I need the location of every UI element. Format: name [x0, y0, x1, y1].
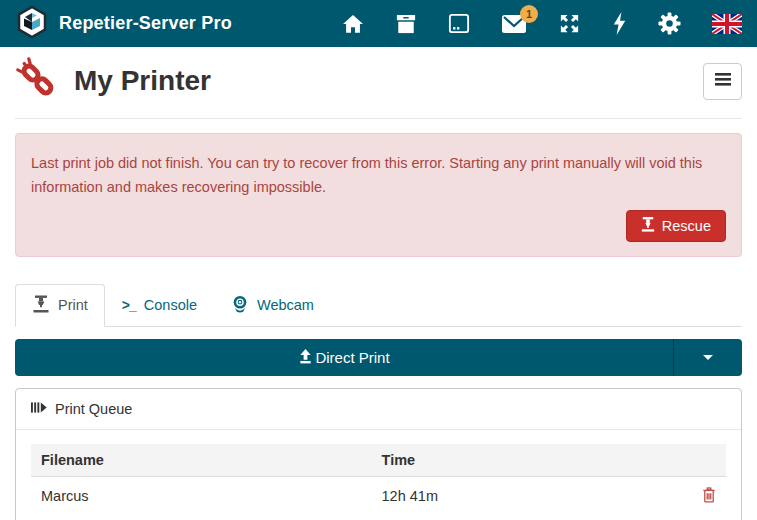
- direct-print-button[interactable]: Direct Print: [15, 339, 673, 376]
- page-header: My Printer: [15, 47, 742, 119]
- print-extruder-icon: [32, 295, 50, 316]
- tab-console-label: Console: [144, 297, 197, 313]
- direct-print-label: Direct Print: [315, 349, 389, 366]
- top-navbar: Repetier-Server Pro 1: [0, 0, 757, 47]
- queue-icon: [31, 400, 47, 418]
- webcam-icon: [231, 295, 249, 316]
- tab-print-label: Print: [58, 297, 88, 313]
- hamburger-icon: [715, 73, 731, 89]
- delete-queue-item-button[interactable]: [702, 487, 716, 503]
- print-queue-body: Filename Time Marcus 12h 41m: [16, 430, 741, 520]
- printer-tabs: Print >_ Console Webcam: [15, 284, 742, 327]
- print-queue-table: Filename Time Marcus 12h 41m: [31, 444, 726, 516]
- power-icon[interactable]: [612, 12, 627, 35]
- table-header-row: Filename Time: [31, 444, 726, 477]
- settings-icon[interactable]: [658, 12, 681, 35]
- alert-actions: Rescue: [31, 210, 726, 242]
- column-header-actions: [677, 444, 726, 477]
- print-queue-panel: Print Queue Filename Time Marcus 12h 41m: [15, 388, 742, 520]
- queue-item-time: 12h 41m: [372, 476, 678, 516]
- page-title: My Printer: [74, 65, 211, 97]
- brand[interactable]: Repetier-Server Pro: [15, 5, 232, 43]
- column-header-time: Time: [372, 444, 678, 477]
- repetier-logo-icon: [15, 5, 49, 43]
- language-flag-icon[interactable]: [712, 14, 742, 34]
- recover-alert: Last print job did not finish. You can t…: [15, 133, 742, 257]
- table-row[interactable]: Marcus 12h 41m: [31, 476, 726, 516]
- rescue-extruder-icon: [641, 217, 655, 235]
- column-header-filename: Filename: [31, 444, 372, 477]
- home-icon[interactable]: [342, 14, 364, 34]
- tab-webcam[interactable]: Webcam: [214, 284, 331, 327]
- tab-print[interactable]: Print: [15, 284, 105, 327]
- queue-item-filename: Marcus: [31, 476, 372, 516]
- storage-box-icon[interactable]: [395, 14, 417, 34]
- print-bed-icon[interactable]: [448, 13, 470, 34]
- messages-icon[interactable]: 1: [501, 13, 527, 34]
- upload-icon: [298, 348, 313, 367]
- messages-badge: 1: [520, 5, 538, 23]
- console-icon: >_: [122, 297, 136, 313]
- recover-alert-message: Last print job did not finish. You can t…: [31, 152, 711, 200]
- rescue-button[interactable]: Rescue: [626, 210, 726, 242]
- printer-menu-button[interactable]: [703, 63, 742, 100]
- broken-link-icon: [15, 56, 59, 106]
- print-queue-title: Print Queue: [55, 401, 132, 417]
- navbar-icons: 1: [342, 12, 742, 35]
- direct-print-split-button: Direct Print: [15, 339, 742, 376]
- chevron-down-icon: [703, 355, 713, 360]
- move-icon[interactable]: [558, 12, 581, 35]
- tab-console[interactable]: >_ Console: [105, 284, 214, 327]
- direct-print-dropdown-toggle[interactable]: [673, 339, 742, 376]
- tab-webcam-label: Webcam: [257, 297, 314, 313]
- page-content: My Printer Last print job did not finish…: [0, 47, 757, 520]
- brand-title: Repetier-Server Pro: [59, 13, 232, 34]
- rescue-button-label: Rescue: [662, 218, 711, 234]
- print-queue-heading: Print Queue: [16, 389, 741, 430]
